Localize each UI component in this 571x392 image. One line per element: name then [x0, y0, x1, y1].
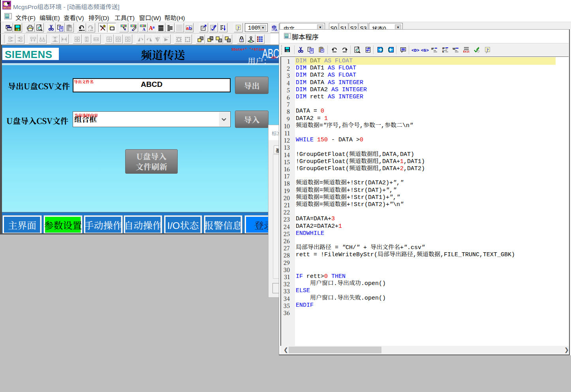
- svg-text:<G>: <G>: [421, 48, 429, 53]
- svg-text:a: a: [152, 24, 155, 29]
- svg-text:Exit: Exit: [463, 50, 470, 53]
- svg-text:?: ?: [237, 25, 240, 30]
- svg-text:A: A: [275, 28, 278, 32]
- svg-text:MCGS: MCGS: [3, 6, 11, 9]
- svg-text:A: A: [143, 27, 146, 31]
- svg-text:?: ?: [486, 47, 489, 52]
- svg-text:<D>: <D>: [411, 48, 419, 53]
- svg-text:E: E: [442, 50, 444, 53]
- svg-text:IF: IF: [431, 47, 434, 51]
- svg-text:W: W: [453, 47, 456, 51]
